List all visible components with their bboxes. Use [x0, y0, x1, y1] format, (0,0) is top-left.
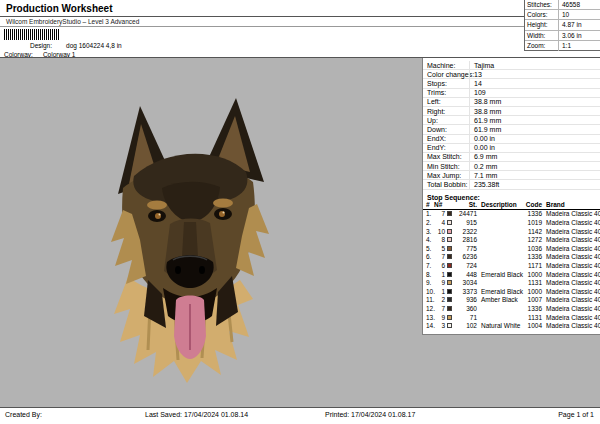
machine-info-label: Down:	[423, 126, 469, 133]
thread-color-swatch	[447, 246, 452, 251]
stitch-count: 3034	[454, 279, 477, 286]
stop-sequence-row: 9.930341131Madeira Classic 40	[423, 278, 600, 287]
stat-row: Height:4.87 in	[525, 20, 600, 30]
machine-info-value: 7.1 mm	[469, 171, 600, 179]
stitch-count: 2816	[454, 236, 477, 243]
german-shepherd-embroidery-artwork	[90, 92, 290, 392]
needle-number: 3	[434, 322, 445, 329]
machine-info-value: 0.00 in	[469, 144, 600, 152]
thread-color-swatch	[447, 263, 452, 268]
thread-color-swatch	[447, 289, 452, 294]
machine-info-row: Color changes:13	[423, 70, 600, 79]
machine-info-row: Stops:14	[423, 79, 600, 88]
stat-value: 3.06 in	[558, 31, 600, 40]
thread-code: 1171	[523, 262, 542, 269]
machine-info-value: 61.9 mm	[469, 125, 600, 133]
machine-info-label: Trims:	[423, 89, 469, 96]
thread-swatch-cell	[445, 289, 454, 294]
column-header-brand: Brand	[542, 201, 600, 208]
thread-swatch-cell	[445, 229, 454, 234]
stat-label: Stitches:	[525, 1, 558, 8]
stop-sequence-row: 2.49151019Madeira Classic 40	[423, 218, 600, 227]
thread-brand: Madeira Classic 40	[542, 236, 600, 243]
needle-number: 2	[434, 296, 445, 303]
thread-swatch-cell	[445, 237, 454, 242]
thread-brand: Madeira Classic 40	[542, 228, 600, 235]
stop-sequence-row: 5.57751036Madeira Classic 40	[423, 244, 600, 253]
machine-info-value: 0.2 mm	[469, 162, 600, 170]
thread-code: 1336	[523, 305, 542, 312]
thread-description: Amber Black	[477, 296, 523, 303]
needle-number: 8	[434, 236, 445, 243]
stitch-count: 24471	[454, 210, 477, 217]
thread-code: 1142	[523, 228, 542, 235]
app-subtitle: Wilcom EmbroideryStudio – Level 3 Advanc…	[6, 18, 139, 25]
stop-sequence-row: 1.7244711336Madeira Classic 40	[423, 210, 600, 219]
machine-info-panel: Machine:TajimaColor changes:13Stops:14Tr…	[423, 58, 600, 190]
stat-row: Zoom:1:1	[525, 41, 600, 51]
stop-sequence-section: Stop Sequence: #N#St.DescriptionCodeBran…	[423, 194, 600, 330]
thread-description: Natural White	[477, 322, 523, 329]
stat-value: 1:1	[558, 41, 600, 51]
thread-swatch-cell	[445, 220, 454, 225]
needle-number: 1	[434, 271, 445, 278]
thread-brand: Madeira Classic 40	[542, 279, 600, 286]
stop-sequence-row: 12.73601336Madeira Classic 40	[423, 304, 600, 313]
machine-info-label: Max Jump:	[423, 172, 469, 179]
machine-info-row: Right:38.8 mm	[423, 107, 600, 116]
machine-info-value: 109	[469, 89, 600, 97]
stop-sequence-row: 10.13373Emerald Black1000Madeira Classic…	[423, 287, 600, 296]
thread-color-swatch	[447, 306, 452, 311]
machine-info-label: Right:	[423, 108, 469, 115]
thread-color-swatch	[447, 229, 452, 234]
divider	[0, 16, 524, 17]
stat-value: 46558	[558, 0, 600, 9]
thread-code: 1336	[523, 253, 542, 260]
thread-color-swatch	[447, 297, 452, 302]
needle-number: 7	[434, 210, 445, 217]
footer-printed: Printed: 17/04/2024 01.08.17	[325, 411, 415, 418]
machine-info-row: EndX:0.00 in	[423, 135, 600, 144]
thread-brand: Madeira Classic 40	[542, 271, 600, 278]
column-header-: #	[423, 201, 434, 208]
machine-info-value: 13	[469, 70, 600, 78]
thread-swatch-cell	[445, 246, 454, 251]
thread-code: 1004	[523, 322, 542, 329]
machine-info-label: Up:	[423, 117, 469, 124]
stop-sequence-row: 11.2936Amber Black1007Madeira Classic 40	[423, 296, 600, 305]
needle-number: 5	[434, 245, 445, 252]
needle-number: 9	[434, 279, 445, 286]
thread-swatch-cell	[445, 315, 454, 320]
design-label: Design:	[30, 42, 52, 49]
stitch-count: 448	[454, 271, 477, 278]
design-row: Design:dog 1604224 4,8 in	[30, 42, 122, 49]
column-header-code: Code	[523, 201, 542, 208]
stitch-count: 915	[454, 219, 477, 226]
row-number: 9.	[423, 279, 434, 286]
row-number: 6.	[423, 253, 434, 260]
thread-code: 1131	[523, 279, 542, 286]
stop-sequence-row: 4.828161272Madeira Classic 40	[423, 235, 600, 244]
stat-row: Width:3.06 in	[525, 31, 600, 41]
machine-info-row: Down:61.9 mm	[423, 125, 600, 134]
row-number: 12.	[423, 305, 434, 312]
row-number: 13.	[423, 314, 434, 321]
divider	[0, 26, 524, 27]
barcode	[4, 29, 60, 40]
stop-sequence-row: 8.1448Emerald Black1000Madeira Classic 4…	[423, 270, 600, 279]
row-number: 11.	[423, 296, 434, 303]
stitch-count: 6236	[454, 253, 477, 260]
machine-info-value: 0.00 in	[469, 135, 600, 143]
machine-info-value: 38.8 mm	[469, 107, 600, 115]
column-header-n: N#	[434, 201, 454, 208]
thread-code: 1336	[523, 210, 542, 217]
machine-info-row: Trims:109	[423, 89, 600, 98]
thread-color-swatch	[447, 220, 452, 225]
machine-info-value: 235.38ft	[469, 180, 600, 188]
thread-swatch-cell	[445, 272, 454, 277]
footer-page-number: Page 1 of 1	[558, 411, 594, 418]
divider	[0, 407, 600, 408]
needle-number: 7	[434, 305, 445, 312]
machine-info-value: 14	[469, 79, 600, 87]
stat-value: 4.87 in	[558, 20, 600, 29]
